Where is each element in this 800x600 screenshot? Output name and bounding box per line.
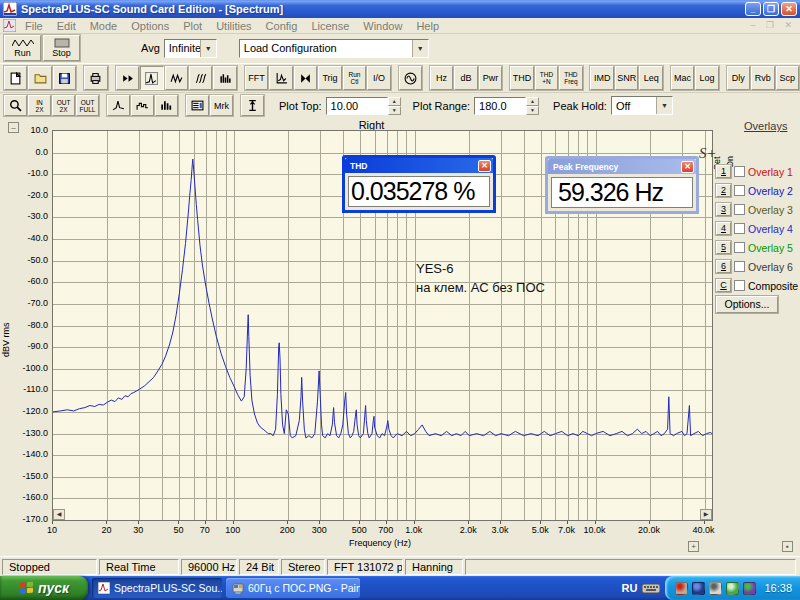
plot-range-spinner[interactable]: ▲▼: [526, 97, 539, 115]
zoom-out-full-button[interactable]: OUTFULL: [76, 95, 99, 116]
tray-network-icon[interactable]: [692, 582, 705, 595]
collapse-plot-button[interactable]: ▪: [782, 541, 793, 552]
load-configuration-select[interactable]: Load Configuration ▼: [239, 39, 429, 58]
overlay-on-checkbox-1[interactable]: [734, 166, 745, 177]
spectrum-view-button[interactable]: [140, 66, 163, 90]
expand-plot-button[interactable]: +: [688, 541, 699, 552]
tray-scheduler-icon[interactable]: [709, 582, 722, 595]
log-button[interactable]: Log: [695, 66, 718, 90]
surface-view-button[interactable]: [189, 66, 212, 90]
imd-button[interactable]: IMD: [590, 66, 613, 90]
pan-left-button[interactable]: ◀: [53, 509, 65, 520]
thd-freq-button[interactable]: THDFreq: [559, 66, 582, 90]
avg-select[interactable]: Infinite ▼: [164, 39, 217, 58]
plot-annotation: YES-6 на клем. АС без ПОС: [416, 259, 545, 297]
thdn-button[interactable]: THD+N: [535, 66, 558, 90]
reverb-button[interactable]: Rvb: [751, 66, 774, 90]
menu-edit[interactable]: Edit: [50, 20, 83, 32]
plot-top-spinner[interactable]: ▲▼: [388, 97, 401, 115]
menu-window[interactable]: Window: [356, 20, 409, 32]
scope-button[interactable]: Scp: [776, 66, 799, 90]
run-button[interactable]: Run: [4, 35, 41, 61]
menu-options[interactable]: Options: [124, 20, 176, 32]
tray-volume-muted-icon[interactable]: [675, 582, 688, 595]
pan-right-button[interactable]: ▶: [700, 509, 712, 520]
menu-help[interactable]: Help: [409, 20, 446, 32]
menu-config[interactable]: Config: [259, 20, 305, 32]
overlays-options-button[interactable]: Options...: [716, 296, 778, 313]
overlay-set-button-C[interactable]: C: [716, 279, 731, 292]
close-button[interactable]: ✕: [781, 2, 797, 16]
overlay-set-button-1[interactable]: 1: [716, 165, 731, 178]
start-button[interactable]: пуск: [0, 576, 88, 600]
peak-close-button[interactable]: ✕: [681, 161, 694, 173]
overlay-on-checkbox-C[interactable]: [734, 280, 745, 291]
phase-view-button[interactable]: [165, 66, 188, 90]
menu-utilities[interactable]: Utilities: [209, 20, 258, 32]
mdi-window-buttons[interactable]: – ❐ ✕: [750, 20, 796, 30]
menu-license[interactable]: License: [304, 20, 356, 32]
stop-button[interactable]: Stop: [43, 35, 80, 61]
new-button[interactable]: [4, 66, 27, 90]
overlay-set-button-2[interactable]: 2: [716, 184, 731, 197]
tray-update-icon[interactable]: [726, 582, 739, 595]
calibration-button[interactable]: [269, 66, 292, 90]
peak-window-titlebar[interactable]: Peak Frequency ✕: [548, 159, 696, 174]
thd-button[interactable]: THD: [510, 66, 533, 90]
run-control-button[interactable]: RunCtl: [343, 66, 366, 90]
overlay-set-button-3[interactable]: 3: [716, 203, 731, 216]
overlay-on-checkbox-6[interactable]: [734, 261, 745, 272]
plot-range-input[interactable]: [474, 97, 526, 115]
fft-settings-button[interactable]: FFT: [245, 66, 268, 90]
list-view-button[interactable]: [186, 95, 209, 116]
overlay-set-button-4[interactable]: 4: [716, 222, 731, 235]
hz-button[interactable]: Hz: [430, 66, 453, 90]
print-button[interactable]: [84, 66, 107, 90]
task-button-spectraplus[interactable]: SpectraPLUS-SC Sou...: [92, 578, 222, 598]
peak-curve-button[interactable]: [107, 95, 130, 116]
system-tray: 16:38: [665, 576, 800, 600]
overlay-set-button-6[interactable]: 6: [716, 260, 731, 273]
overlays-header[interactable]: Overlays: [744, 120, 800, 132]
generator-button[interactable]: [399, 66, 422, 90]
zoom-button[interactable]: [4, 95, 27, 116]
restore-button[interactable]: ❐: [763, 2, 779, 16]
tray-antivirus-icon[interactable]: [743, 582, 756, 595]
peak-hold-select[interactable]: Off ▼: [611, 96, 673, 115]
io-button[interactable]: I/O: [367, 66, 390, 90]
mixer-button[interactable]: [294, 66, 317, 90]
overlay-on-checkbox-4[interactable]: [734, 223, 745, 234]
thd-close-button[interactable]: ✕: [478, 160, 491, 172]
db-button[interactable]: dB: [454, 66, 477, 90]
trigger-button[interactable]: Trig: [318, 66, 341, 90]
bar-display-button[interactable]: [155, 95, 178, 116]
spectrogram-view-button[interactable]: [213, 66, 236, 90]
zoom-in-2x-button[interactable]: IN2X: [28, 95, 51, 116]
minimize-button[interactable]: _: [745, 2, 761, 16]
taskbar-clock: 16:38: [764, 582, 792, 594]
open-button[interactable]: [28, 66, 51, 90]
time-series-button[interactable]: [116, 66, 139, 90]
task-button-paint[interactable]: 60Гц с ПОС.PNG - Paint: [226, 578, 360, 598]
cursor-button[interactable]: [241, 95, 264, 116]
overlay-on-checkbox-2[interactable]: [734, 185, 745, 196]
menu-mode[interactable]: Mode: [83, 20, 125, 32]
delay-button[interactable]: Dly: [727, 66, 750, 90]
overlay-on-checkbox-3[interactable]: [734, 204, 745, 215]
macro-button[interactable]: Mac: [671, 66, 694, 90]
zoom-out-2x-button[interactable]: OUT2X: [52, 95, 75, 116]
plot-top-input[interactable]: [326, 97, 388, 115]
overlay-on-checkbox-5[interactable]: [734, 242, 745, 253]
overlay-set-button-5[interactable]: 5: [716, 241, 731, 254]
language-indicator[interactable]: RU: [622, 582, 661, 594]
marker-button[interactable]: Mrk: [210, 95, 233, 116]
menu-plot[interactable]: Plot: [176, 20, 209, 32]
thd-window-titlebar[interactable]: THD ✕: [345, 158, 493, 173]
power-button[interactable]: Pwr: [479, 66, 502, 90]
snr-button[interactable]: SNR: [615, 66, 638, 90]
menu-file[interactable]: File: [18, 20, 50, 32]
step-curve-button[interactable]: [131, 95, 154, 116]
save-button[interactable]: [53, 66, 76, 90]
leq-button[interactable]: Leq: [639, 66, 662, 90]
y-tick-label: -150.0: [4, 471, 48, 481]
